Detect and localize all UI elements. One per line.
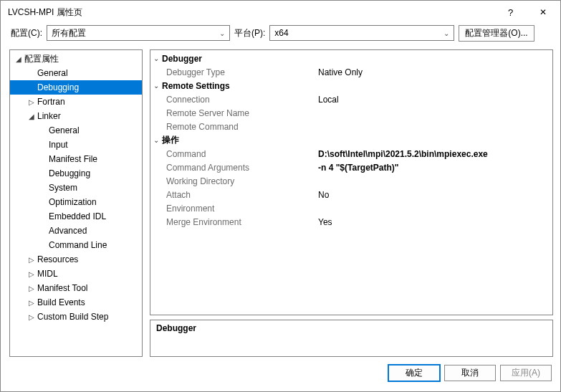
config-label: 配置(C): (11, 27, 42, 39)
expand-icon: ▷ (27, 285, 36, 292)
group-label: Debugger (162, 54, 202, 64)
expand-icon: ▷ (27, 270, 36, 278)
tree-item[interactable]: Manifest File (10, 152, 142, 166)
close-icon: ✕ (540, 7, 547, 17)
help-icon: ? (508, 7, 513, 18)
tree-label: Resources (37, 254, 139, 264)
group-label: Remote Settings (162, 81, 230, 91)
tree-item[interactable]: Advanced (10, 224, 142, 238)
tree-item[interactable]: ▷Resources (10, 252, 142, 267)
chevron-down-icon: ⌄ (150, 82, 162, 90)
grid-group-header[interactable]: ⌄Debugger (150, 52, 552, 65)
footer: 确定 取消 应用(A) (1, 360, 560, 391)
help-button[interactable]: ? (494, 1, 527, 23)
chevron-down-icon: ⌄ (219, 29, 225, 37)
window-title: LVCSH-MPI 属性页 (8, 6, 494, 19)
toolbar: 配置(C): 所有配置 ⌄ 平台(P): x64 ⌄ 配置管理器(O)... (1, 24, 560, 44)
tree-label: MIDL (37, 269, 139, 279)
tree-item[interactable]: ▷MIDL (10, 267, 142, 281)
property-value[interactable]: Local (315, 95, 552, 105)
tree-label: General (49, 125, 139, 135)
grid-row[interactable]: Merge EnvironmentYes (150, 215, 552, 229)
tree-item[interactable]: ◢Linker (10, 109, 142, 123)
grid-row[interactable]: Environment (150, 201, 552, 215)
property-name: Remote Command (150, 122, 315, 132)
platform-label: 平台(P): (234, 27, 265, 39)
tree-root[interactable]: ◢配置属性 (10, 52, 142, 66)
grid-group-header[interactable]: ⌄Remote Settings (150, 79, 552, 92)
tree-item[interactable]: General (10, 123, 142, 138)
tree-item[interactable]: Debugging (10, 80, 142, 95)
grid-row[interactable]: CommandD:\soft\Intel\mpi\2021.5.2\bin\mp… (150, 147, 552, 161)
tree-label: Advanced (49, 226, 139, 236)
close-button[interactable]: ✕ (527, 1, 559, 23)
chevron-down-icon: ⌄ (150, 54, 162, 62)
tree-item[interactable]: System (10, 181, 142, 195)
tree-item[interactable]: ▷Custom Build Step (10, 310, 142, 324)
nav-tree[interactable]: ◢配置属性GeneralDebugging▷Fortran◢LinkerGene… (9, 49, 143, 357)
chevron-down-icon: ◢ (14, 55, 23, 63)
grid-row[interactable]: ConnectionLocal (150, 92, 552, 106)
property-name: Working Directory (150, 176, 315, 186)
config-manager-button[interactable]: 配置管理器(O)... (459, 25, 534, 42)
group-label: 操作 (162, 134, 179, 146)
grid-row[interactable]: Remote Server Name (150, 106, 552, 120)
grid-row[interactable]: Working Directory (150, 174, 552, 188)
tree-label: Debugging (37, 82, 139, 92)
tree-item[interactable]: Optimization (10, 195, 142, 209)
property-value[interactable]: D:\soft\Intel\mpi\2021.5.2\bin\mpiexec.e… (315, 149, 552, 159)
grid-group-header[interactable]: ⌄操作 (150, 133, 552, 147)
tree-item[interactable]: Embedded IDL (10, 209, 142, 224)
description-title: Debugger (156, 323, 547, 333)
tree-label: Manifest File (49, 154, 139, 164)
tree-label: Linker (37, 111, 139, 121)
chevron-down-icon: ⌄ (443, 29, 449, 37)
grid-row[interactable]: Debugger TypeNative Only (150, 65, 552, 79)
property-value[interactable]: Native Only (315, 67, 552, 77)
property-name: Merge Environment (150, 217, 315, 227)
tree-item[interactable]: ▷Manifest Tool (10, 281, 142, 295)
tree-item[interactable]: Input (10, 138, 142, 152)
tree-label: Build Events (37, 297, 139, 307)
tree-label: Command Line (49, 240, 139, 250)
tree-item[interactable]: ▷Build Events (10, 295, 142, 310)
body: ◢配置属性GeneralDebugging▷Fortran◢LinkerGene… (1, 44, 560, 360)
config-combo[interactable]: 所有配置 ⌄ (47, 25, 230, 41)
config-value: 所有配置 (52, 27, 86, 39)
tree-item[interactable]: ▷Fortran (10, 95, 142, 109)
tree-item[interactable]: Command Line (10, 238, 142, 252)
tree-label: General (37, 68, 139, 78)
platform-combo[interactable]: x64 ⌄ (269, 25, 454, 41)
property-name: Attach (150, 190, 315, 200)
expand-icon: ◢ (27, 113, 36, 120)
property-value[interactable]: No (315, 190, 552, 200)
property-name: Environment (150, 204, 315, 214)
tree-label: Input (49, 140, 139, 150)
tree-label: Optimization (49, 197, 139, 207)
grid-row[interactable]: Command Arguments-n 4 "$(TargetPath)" (150, 161, 552, 174)
property-grid[interactable]: ⌄DebuggerDebugger TypeNative Only⌄Remote… (150, 49, 553, 315)
tree-label: Custom Build Step (37, 312, 139, 322)
expand-icon: ▷ (27, 313, 36, 321)
description-panel: Debugger (150, 320, 553, 357)
property-name: Connection (150, 95, 315, 105)
property-name: Command Arguments (150, 163, 315, 173)
property-name: Debugger Type (150, 67, 315, 77)
property-value[interactable]: -n 4 "$(TargetPath)" (315, 163, 552, 173)
cancel-button[interactable]: 取消 (444, 365, 496, 381)
property-name: Command (150, 149, 315, 159)
property-value[interactable]: Yes (315, 217, 552, 227)
ok-button[interactable]: 确定 (388, 365, 440, 381)
tree-label: 配置属性 (24, 53, 139, 65)
tree-label: Debugging (49, 168, 139, 178)
tree-item[interactable]: General (10, 66, 142, 80)
property-pages-dialog: LVCSH-MPI 属性页 ? ✕ 配置(C): 所有配置 ⌄ 平台(P): x… (0, 0, 561, 392)
grid-row[interactable]: AttachNo (150, 188, 552, 201)
tree-label: Embedded IDL (49, 211, 139, 221)
tree-label: Fortran (37, 97, 139, 107)
apply-button[interactable]: 应用(A) (500, 365, 552, 381)
right-panel: ⌄DebuggerDebugger TypeNative Only⌄Remote… (150, 49, 553, 357)
tree-label: System (49, 183, 139, 193)
grid-row[interactable]: Remote Command (150, 120, 552, 133)
tree-item[interactable]: Debugging (10, 166, 142, 181)
